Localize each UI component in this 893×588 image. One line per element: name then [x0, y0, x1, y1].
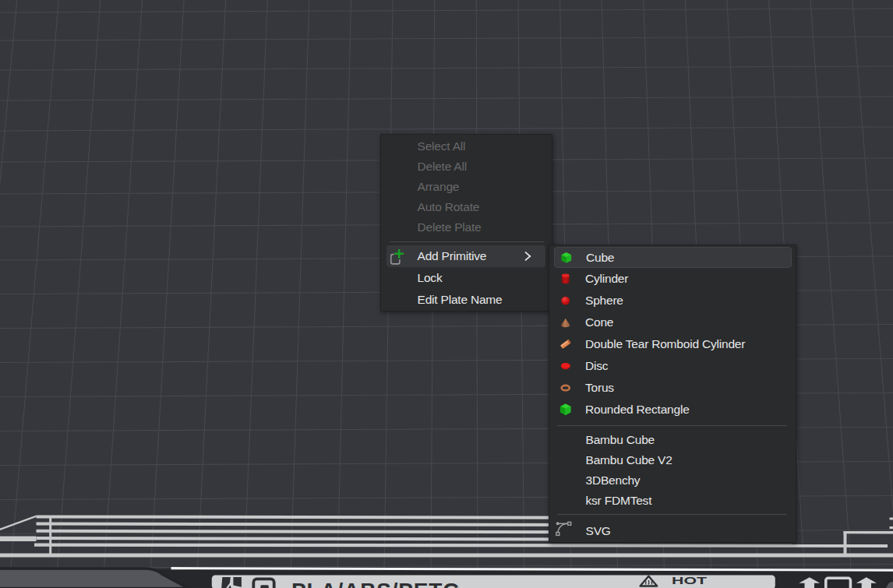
svg-text:PLA/ABS/PETG: PLA/ABS/PETG — [291, 579, 460, 588]
svg-text:HOT: HOT — [672, 576, 708, 586]
